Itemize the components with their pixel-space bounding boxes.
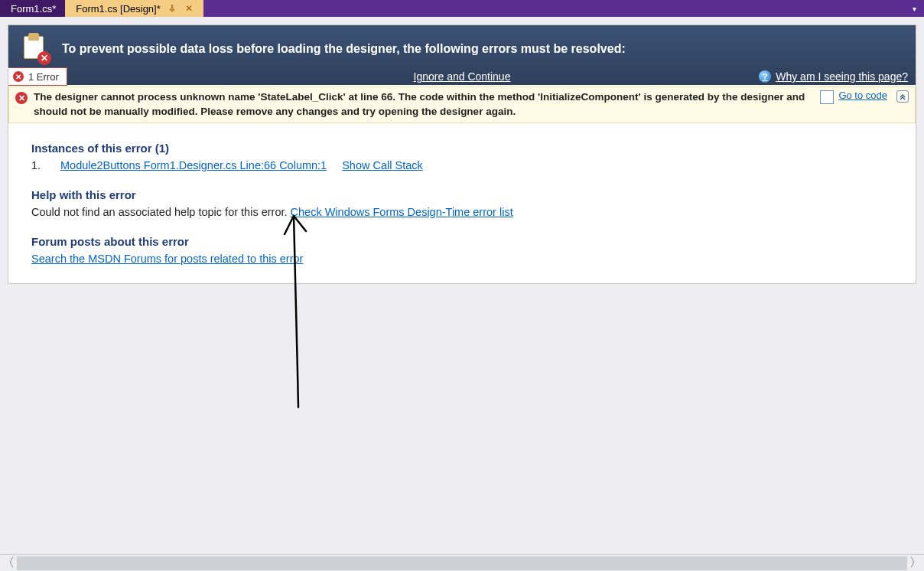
tab-label: Form1.cs* [11,3,56,15]
instances-heading: Instances of this error (1) [31,142,893,155]
tab-strip: Form1.cs* Form1.cs [Design]* ✕ ▾ [0,0,924,17]
pin-icon[interactable] [167,3,177,14]
forum-heading: Forum posts about this error [31,235,893,248]
designer-error-panel: ✕ To prevent possible data loss before l… [8,24,916,284]
collapse-icon[interactable] [896,90,909,103]
tab-overflow-dropdown[interactable]: ▾ [907,0,921,17]
ignore-and-continue-link[interactable]: Ignore and Continue [414,70,511,83]
scroll-right-arrow[interactable]: 〉 [907,555,924,572]
error-details-body: Instances of this error (1) 1. Module2Bu… [8,123,916,283]
scroll-left-arrow[interactable]: 〈 [0,555,17,572]
horizontal-scrollbar[interactable]: 〈 〉 [0,554,924,571]
goto-code-link[interactable]: Go to code [838,90,887,101]
tab-form1-code[interactable]: Form1.cs* [0,0,65,17]
error-message: The designer cannot process unknown name… [34,90,814,119]
instance-number: 1. [31,159,45,171]
error-count-pill[interactable]: ✕ 1 Error [8,67,67,86]
help-icon: ? [759,70,771,83]
error-icon: ✕ [13,71,24,82]
scroll-track[interactable] [17,556,907,570]
close-icon[interactable]: ✕ [184,3,194,14]
instance-location-link[interactable]: Module2Buttons Form1.Designer.cs Line:66… [60,159,327,171]
why-seeing-label: Why am I seeing this page? [776,70,908,83]
error-count-label: 1 Error [28,71,59,83]
action-bar: ✕ 1 Error Ignore and Continue ? Why am I… [8,67,916,86]
help-line: Could not find an associated help topic … [31,206,893,218]
forum-link[interactable]: Search the MSDN Forums for posts related… [31,253,303,265]
show-call-stack-link[interactable]: Show Call Stack [342,159,423,171]
help-link[interactable]: Check Windows Forms Design-Time error li… [291,206,513,218]
instance-line: 1. Module2Buttons Form1.Designer.cs Line… [31,159,893,171]
clipboard-error-icon: ✕ [22,36,48,62]
help-heading: Help with this error [31,188,893,201]
document-area: ✕ To prevent possible data loss before l… [0,17,924,554]
code-file-icon [820,90,834,104]
goto-code-group: Go to code [820,90,887,104]
tab-label: Form1.cs [Design]* [76,3,161,15]
scroll-thumb[interactable] [17,556,907,570]
error-detail-row: ✕ The designer cannot process unknown na… [8,86,916,123]
help-text: Could not find an associated help topic … [31,206,291,218]
banner-text: To prevent possible data loss before loa… [62,42,626,56]
error-icon: ✕ [15,92,28,104]
tab-form1-design[interactable]: Form1.cs [Design]* ✕ [65,0,203,17]
why-seeing-link[interactable]: ? Why am I seeing this page? [759,70,908,83]
